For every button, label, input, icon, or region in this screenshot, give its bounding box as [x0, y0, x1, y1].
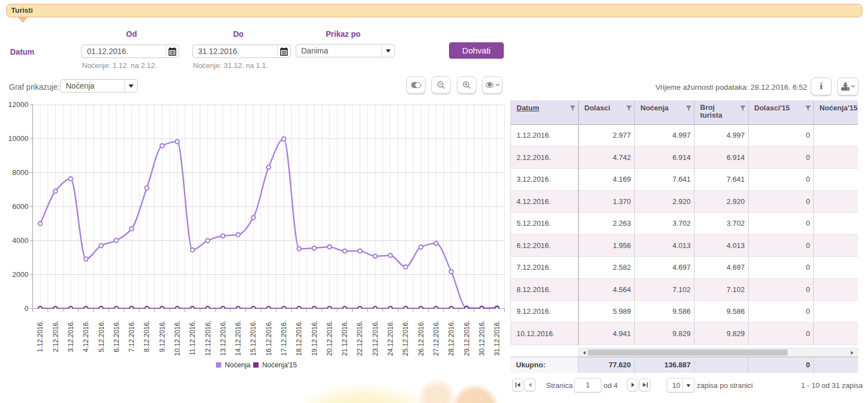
svg-text:10.12.2016.: 10.12.2016.	[173, 321, 181, 356]
svg-text:0: 0	[25, 304, 28, 313]
svg-text:21.12.2016.: 21.12.2016.	[341, 321, 349, 356]
svg-text:11.12.2016.: 11.12.2016.	[189, 321, 196, 356]
svg-text:8000: 8000	[12, 168, 28, 177]
svg-text:10000: 10000	[8, 134, 28, 143]
svg-text:2000: 2000	[12, 270, 28, 279]
svg-text:14.12.2016.: 14.12.2016.	[234, 321, 242, 356]
svg-text:28.12.2016.: 28.12.2016.	[447, 321, 455, 356]
svg-text:23.12.2016.: 23.12.2016.	[372, 321, 379, 356]
svg-text:12.12.2016.: 12.12.2016.	[204, 321, 212, 356]
svg-text:1.12.2016.: 1.12.2016.	[36, 321, 44, 352]
svg-text:22.12.2016.: 22.12.2016.	[356, 321, 364, 356]
svg-text:15.12.2016.: 15.12.2016.	[249, 321, 257, 356]
svg-text:4000: 4000	[12, 236, 28, 245]
svg-text:4.12.2016.: 4.12.2016.	[82, 321, 90, 352]
svg-text:18.12.2016.: 18.12.2016.	[295, 321, 303, 356]
svg-text:20.12.2016.: 20.12.2016.	[326, 321, 334, 356]
svg-text:Noćenja: Noćenja	[225, 361, 250, 369]
svg-text:12000: 12000	[8, 100, 28, 109]
svg-text:30.12.2016.: 30.12.2016.	[478, 321, 486, 356]
svg-text:6.12.2016.: 6.12.2016.	[113, 321, 120, 352]
svg-text:26.12.2016.: 26.12.2016.	[417, 321, 425, 356]
svg-text:Noćenja'15: Noćenja'15	[262, 361, 297, 369]
svg-text:31.12.2016.: 31.12.2016.	[493, 321, 501, 356]
svg-text:8.12.2016.: 8.12.2016.	[143, 321, 151, 352]
svg-text:3.12.2016.: 3.12.2016.	[67, 321, 75, 352]
svg-text:2.12.2016.: 2.12.2016.	[52, 321, 60, 352]
svg-text:13.12.2016.: 13.12.2016.	[219, 321, 227, 356]
svg-text:16.12.2016.: 16.12.2016.	[265, 321, 273, 356]
svg-text:6000: 6000	[12, 202, 28, 211]
svg-text:19.12.2016.: 19.12.2016.	[311, 321, 319, 356]
svg-text:17.12.2016.: 17.12.2016.	[280, 321, 288, 356]
svg-text:24.12.2016.: 24.12.2016.	[387, 321, 394, 356]
svg-text:5.12.2016.: 5.12.2016.	[98, 321, 105, 352]
svg-text:27.12.2016.: 27.12.2016.	[432, 321, 440, 356]
svg-text:9.12.2016.: 9.12.2016.	[158, 321, 166, 352]
svg-text:25.12.2016.: 25.12.2016.	[402, 321, 409, 356]
svg-text:29.12.2016.: 29.12.2016.	[463, 321, 471, 356]
svg-text:7.12.2016.: 7.12.2016.	[128, 321, 136, 352]
